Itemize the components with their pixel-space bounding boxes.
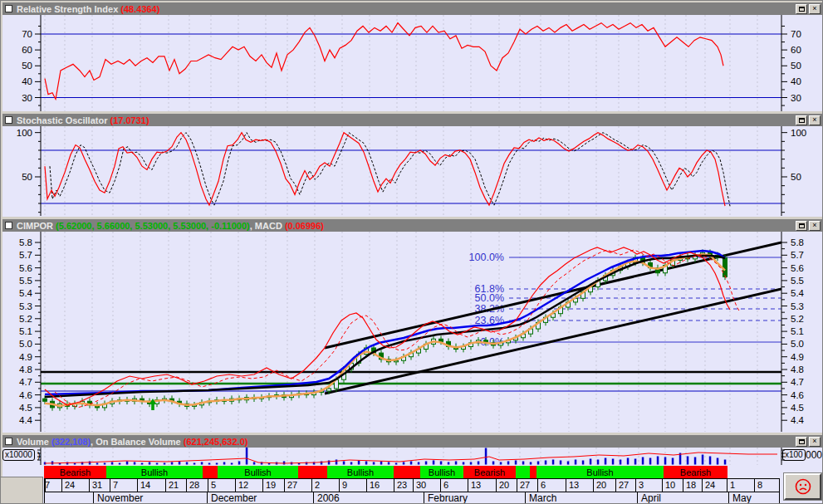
y-axis-label-left: 5.5: [19, 276, 32, 286]
y-axis-label-right: 40: [791, 76, 801, 86]
volume-bar: [560, 461, 562, 465]
volume-bar: [478, 462, 480, 465]
y-axis-label-left: 5.2: [19, 314, 32, 324]
y-axis-label-left: 4.4: [19, 415, 33, 425]
stochastic-d-line: [50, 133, 730, 207]
y-axis-label-right: 50: [791, 61, 801, 71]
volume-bar: [231, 463, 233, 465]
volume-bar: [223, 462, 226, 465]
volume-bar: [724, 460, 727, 465]
volume-bar: [96, 463, 99, 465]
volume-bar: [164, 463, 166, 465]
y-axis-label-right: 30: [791, 93, 801, 103]
y-axis-label-right: 4.9: [791, 352, 804, 362]
volume-bar: [350, 462, 353, 465]
volume-bar: [507, 462, 510, 465]
volume-bar: [156, 463, 159, 465]
y-axis-label-right: 4.8: [791, 365, 804, 374]
volume-bar: [567, 462, 570, 465]
volume-bar: [702, 455, 704, 465]
volume-bar: [395, 463, 398, 465]
volume-bar: [448, 462, 450, 465]
price-series-group: [43, 242, 782, 411]
volume-bar: [545, 461, 547, 465]
volume-bar: [171, 462, 174, 465]
y-axis-label-right: 5.4: [791, 288, 805, 298]
y-axis-label-right: 4.7: [791, 377, 804, 387]
volume-bar: [440, 462, 443, 465]
volume-bar: [634, 459, 637, 465]
y-axis-label-right: 5.3: [791, 301, 804, 311]
volume-bar: [522, 462, 525, 465]
volume-bar: [672, 458, 674, 465]
volume-bar: [433, 461, 435, 465]
trendline: [325, 289, 781, 394]
volume-bar: [552, 460, 555, 465]
y-axis-label-left: 4.8: [19, 365, 32, 374]
volume-series-group: [44, 447, 777, 465]
y-axis-label-left: 5.4: [19, 288, 33, 298]
volume-bar: [605, 458, 607, 465]
y-axis-label-right: 70: [791, 29, 801, 39]
volume-bar: [380, 462, 383, 465]
candle-body: [439, 339, 443, 341]
volume-bar: [418, 462, 420, 465]
volume-bar: [709, 457, 712, 465]
y-axis-label-right: 5.2: [791, 314, 804, 324]
volume-bar: [358, 461, 360, 465]
volume-bar: [149, 462, 151, 465]
volume-bar: [253, 462, 256, 465]
volume-bar: [694, 458, 697, 465]
volume-bar: [470, 462, 473, 465]
volume-bar: [141, 463, 144, 465]
volume-bar: [111, 462, 114, 465]
volume-bar: [627, 458, 629, 465]
volume-bar: [201, 462, 203, 465]
volume-bar: [597, 460, 600, 465]
y-axis-label-left: 5.6: [19, 263, 32, 273]
volume-bar: [336, 460, 338, 465]
y-axis-label-left: 4.5: [19, 403, 32, 413]
candle-body: [723, 257, 727, 276]
volume-bar: [104, 463, 106, 465]
chart-window: Relative Strength Index (48.4364) × Stoc…: [0, 0, 823, 504]
y-axis-label-right: 5.5: [791, 276, 804, 286]
y-axis-label-right: 5.1: [791, 326, 804, 336]
volume-bar: [515, 461, 517, 465]
y-axis-label-left: 5.8: [19, 237, 32, 247]
stochastic-series-group: [45, 133, 730, 207]
candle-body: [43, 399, 47, 401]
candle-body: [327, 389, 331, 391]
volume-bar: [328, 461, 331, 465]
y-axis-label-right: 50: [791, 172, 801, 182]
volume-bar: [208, 463, 211, 465]
y-axis-label-left: 5.1: [19, 326, 32, 336]
y-axis-label-left: 70: [22, 29, 32, 39]
volume-bar: [455, 462, 458, 465]
volume-bar: [134, 462, 136, 465]
volume-bar: [373, 462, 375, 465]
volume-bar: [463, 462, 465, 465]
volume-bar: [89, 462, 91, 465]
volume-bar: [687, 457, 689, 465]
volume-bar: [425, 462, 428, 465]
y-axis-label-right: 5.8: [791, 237, 804, 247]
volume-bar: [657, 457, 659, 465]
volume-bar: [246, 447, 248, 465]
fib-level-label: 100.0%: [469, 252, 504, 263]
volume-bar: [612, 459, 615, 465]
volume-bar: [119, 463, 121, 465]
volume-bar: [664, 458, 667, 465]
volume-bar: [590, 459, 592, 465]
volume-bar: [649, 458, 652, 465]
volume-bar: [216, 463, 218, 465]
volume-bar: [575, 460, 577, 465]
volume-bar: [485, 448, 487, 465]
y-axis-label-left: 4.7: [19, 377, 32, 387]
y-axis-label-left: 5.7: [19, 250, 32, 260]
volume-bar: [194, 463, 196, 465]
y-axis-label-right: 5.0: [791, 339, 804, 349]
y-axis-label-right: 60: [791, 45, 801, 55]
volume-bar: [500, 462, 502, 465]
y-axis-label-left: 50: [22, 61, 32, 71]
